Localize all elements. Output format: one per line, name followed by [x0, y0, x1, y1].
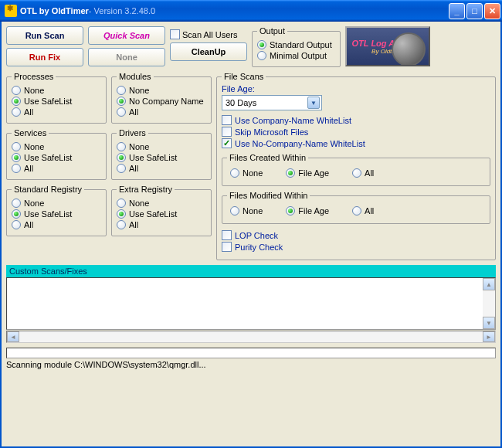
- services-group: Services None Use SafeList All: [6, 128, 107, 180]
- stdreg-none-radio[interactable]: [12, 199, 21, 208]
- output-legend: Output: [257, 26, 287, 36]
- processes-none-radio[interactable]: [12, 86, 21, 95]
- processes-group: Processes None Use SafeList All: [6, 72, 107, 124]
- skip-ms-checkbox[interactable]: [222, 127, 232, 137]
- processes-legend: Processes: [12, 72, 56, 81]
- created-none-radio[interactable]: [230, 168, 239, 178]
- services-all-label: All: [24, 164, 33, 173]
- status-text: Scanning module C:\WINDOWS\system32\qmgr…: [6, 360, 496, 369]
- modified-all-label: All: [365, 206, 374, 216]
- logo-line1: OTL Log Analysis: [352, 39, 424, 48]
- services-safelist-label: Use SafeList: [24, 153, 72, 162]
- nocompany-whitelist-checkbox[interactable]: [222, 138, 232, 148]
- window-controls: _ □ ✕: [449, 3, 500, 19]
- lop-checkbox[interactable]: [222, 230, 232, 240]
- chevron-down-icon: ▼: [307, 97, 320, 109]
- drivers-safelist-radio[interactable]: [117, 153, 126, 162]
- extrareg-safelist-label: Use SafeList: [129, 209, 177, 219]
- company-whitelist-label: Use Company-Name WhiteList: [235, 116, 351, 125]
- drivers-legend: Drivers: [117, 128, 148, 137]
- modules-nocompany-label: No Company Name: [129, 97, 204, 106]
- cleanup-button[interactable]: CleanUp: [170, 42, 247, 61]
- app-version: - Version 3.2.48.0: [89, 6, 155, 15]
- minimize-button[interactable]: _: [449, 3, 465, 19]
- extrareg-legend: Extra Registry: [117, 185, 175, 194]
- run-fix-button[interactable]: Run Fix: [6, 48, 83, 66]
- standard-output-label: Standard Output: [270, 40, 332, 49]
- drivers-all-radio[interactable]: [117, 164, 126, 173]
- drivers-none-radio[interactable]: [117, 142, 126, 151]
- vertical-scrollbar[interactable]: ▲ ▼: [483, 278, 495, 329]
- extrareg-group: Extra Registry None Use SafeList All: [111, 185, 212, 236]
- minimal-output-radio[interactable]: [257, 51, 266, 60]
- modules-nocompany-radio[interactable]: [117, 97, 126, 106]
- scroll-right-icon[interactable]: ►: [483, 331, 495, 342]
- drivers-group: Drivers None Use SafeList All: [111, 128, 212, 180]
- services-safelist-radio[interactable]: [12, 153, 21, 162]
- modified-all-radio[interactable]: [352, 206, 361, 216]
- close-button[interactable]: ✕: [484, 3, 500, 19]
- drivers-all-label: All: [129, 164, 138, 173]
- modified-none-label: None: [243, 206, 263, 216]
- services-none-label: None: [24, 142, 44, 151]
- scan-all-users-label: Scan All Users: [182, 30, 238, 39]
- stdreg-none-label: None: [24, 199, 44, 208]
- modified-fileage-radio[interactable]: [286, 206, 295, 216]
- processes-all-radio[interactable]: [12, 107, 21, 117]
- horizontal-scrollbar[interactable]: ◄ ►: [6, 331, 496, 343]
- none-button[interactable]: None: [88, 48, 165, 66]
- extrareg-none-radio[interactable]: [117, 199, 126, 208]
- stdreg-safelist-radio[interactable]: [12, 209, 21, 219]
- scroll-up-icon[interactable]: ▲: [483, 278, 495, 290]
- services-none-radio[interactable]: [12, 142, 21, 151]
- services-legend: Services: [12, 128, 49, 137]
- purity-checkbox[interactable]: [222, 242, 232, 252]
- services-all-radio[interactable]: [12, 164, 21, 173]
- created-fileage-label: File Age: [298, 168, 329, 178]
- extrareg-all-radio[interactable]: [117, 220, 126, 229]
- stdreg-legend: Standard Registry: [12, 185, 84, 194]
- drivers-none-label: None: [129, 142, 149, 151]
- modules-all-radio[interactable]: [117, 107, 126, 117]
- modules-group: Modules None No Company Name All: [111, 72, 212, 124]
- scroll-down-icon[interactable]: ▼: [483, 317, 495, 329]
- file-age-value: 30 Days: [226, 98, 256, 107]
- files-modified-legend: Files Modified Within: [227, 191, 310, 200]
- created-all-label: All: [365, 168, 374, 178]
- created-all-radio[interactable]: [352, 168, 361, 178]
- logo-image: OTL Log Analysis By Oldtimer: [345, 26, 430, 66]
- run-scan-button[interactable]: Run Scan: [6, 26, 83, 45]
- extrareg-all-label: All: [129, 220, 138, 229]
- scroll-left-icon[interactable]: ◄: [7, 331, 19, 342]
- company-whitelist-checkbox[interactable]: [222, 115, 232, 125]
- custom-scans-textarea[interactable]: ▲ ▼: [6, 277, 496, 330]
- modules-none-radio[interactable]: [117, 86, 126, 95]
- modified-none-radio[interactable]: [230, 206, 239, 216]
- processes-none-label: None: [24, 86, 44, 95]
- files-modified-group: Files Modified Within None File Age All: [222, 191, 490, 224]
- lop-label: LOP Check: [235, 231, 278, 240]
- processes-safelist-radio[interactable]: [12, 97, 21, 106]
- standard-output-radio[interactable]: [257, 40, 266, 49]
- stdreg-all-radio[interactable]: [12, 220, 21, 229]
- created-none-label: None: [243, 168, 263, 178]
- files-created-legend: Files Created Within: [227, 153, 308, 162]
- minimal-output-label: Minimal Output: [270, 51, 327, 60]
- file-age-select[interactable]: 30 Days ▼: [222, 95, 322, 110]
- custom-scans-header: Custom Scans/Fixes: [6, 265, 496, 277]
- app-title: OTL by OldTimer: [20, 6, 89, 15]
- drivers-safelist-label: Use SafeList: [129, 153, 177, 162]
- quick-scan-button[interactable]: Quick Scan: [88, 26, 165, 45]
- created-fileage-radio[interactable]: [286, 168, 295, 178]
- scroll-track[interactable]: [483, 290, 495, 317]
- extrareg-safelist-radio[interactable]: [117, 209, 126, 219]
- nocompany-whitelist-label: Use No-Company-Name WhiteList: [235, 139, 365, 148]
- progress-bar: [6, 348, 496, 358]
- hscroll-track[interactable]: [19, 331, 483, 342]
- stdreg-group: Standard Registry None Use SafeList All: [6, 185, 107, 236]
- stdreg-all-label: All: [24, 220, 33, 229]
- scan-all-users-checkbox[interactable]: [170, 29, 180, 39]
- processes-safelist-label: Use SafeList: [24, 97, 72, 106]
- processes-all-label: All: [24, 107, 33, 117]
- maximize-button[interactable]: □: [466, 3, 483, 19]
